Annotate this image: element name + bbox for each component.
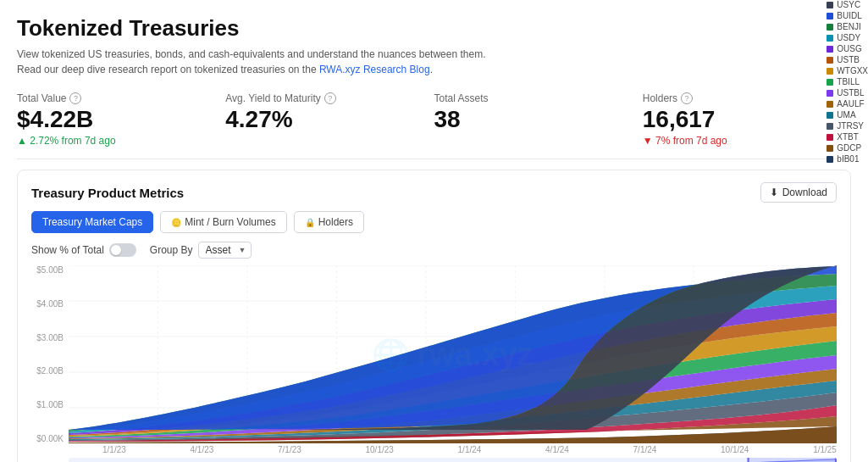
legend-color-9 bbox=[827, 101, 833, 108]
legend-label-5: USTB bbox=[837, 55, 860, 64]
x-axis-label-3: 10/1/23 bbox=[366, 445, 394, 454]
x-axis-label-5: 4/1/24 bbox=[545, 445, 569, 454]
svg-rect-14 bbox=[748, 458, 837, 462]
group-by-select[interactable]: Asset bbox=[198, 242, 252, 259]
legend-color-13 bbox=[827, 145, 833, 152]
legend-color-3 bbox=[827, 35, 833, 42]
metric-value-1: 4.27% bbox=[225, 106, 417, 133]
tab-1[interactable]: 🪙Mint / Burn Volumes bbox=[160, 211, 286, 233]
research-blog-link[interactable]: RWA.xyz Research Blog bbox=[319, 64, 430, 75]
legend-item-uma: UMA bbox=[827, 110, 868, 120]
metric-label-1: Avg. Yield to Maturity ? bbox=[225, 92, 417, 104]
legend-color-12 bbox=[827, 134, 833, 141]
legend-label-14: bIB01 bbox=[837, 154, 859, 164]
legend-color-4 bbox=[827, 46, 833, 53]
legend-item-wtgxx: WTGXX bbox=[827, 66, 868, 75]
legend-item-usdy: USDY bbox=[827, 33, 868, 42]
tab-label-1: Mint / Burn Volumes bbox=[185, 216, 275, 228]
svg-rect-16 bbox=[835, 458, 837, 462]
x-axis-label-2: 7/1/23 bbox=[278, 445, 301, 454]
info-icon-1[interactable]: ? bbox=[324, 92, 336, 104]
legend-color-11 bbox=[827, 123, 833, 130]
tab-2[interactable]: 🔒Holders bbox=[294, 211, 364, 233]
y-axis-label-3: $2.00B bbox=[31, 366, 64, 376]
svg-rect-15 bbox=[748, 458, 749, 462]
legend-label-11: JTRSY bbox=[837, 121, 864, 131]
chart-legend: USYCBUIDLBENJIUSDYOUSGUSTBWTGXXTBILLUSTB… bbox=[827, 0, 868, 164]
legend-item-usyc: USYC bbox=[827, 0, 868, 9]
metric-label-0: Total Value ? bbox=[17, 92, 208, 104]
legend-item-gdcp: GDCP bbox=[827, 143, 868, 153]
page-title: Tokenized Treasuries bbox=[17, 15, 851, 42]
metric-value-2: 38 bbox=[434, 106, 626, 133]
legend-color-2 bbox=[827, 24, 833, 31]
x-axis-label-6: 7/1/24 bbox=[633, 445, 657, 454]
metric-change-3: ▼ 7% from 7d ago bbox=[643, 135, 834, 147]
legend-label-13: GDCP bbox=[837, 143, 861, 153]
legend-item-ustbl: USTBL bbox=[827, 88, 868, 97]
legend-label-2: BENJI bbox=[837, 22, 860, 31]
tab-icon-2: 🔒 bbox=[305, 218, 315, 227]
metric-3: Holders ? 16,617 ▼ 7% from 7d ago bbox=[643, 92, 851, 147]
x-axis-label-7: 10/1/24 bbox=[721, 445, 749, 454]
legend-color-14 bbox=[827, 156, 833, 163]
legend-item-bib01: bIB01 bbox=[827, 154, 868, 164]
legend-color-5 bbox=[827, 57, 833, 64]
legend-item-buidl: BUIDL bbox=[827, 11, 868, 20]
legend-color-7 bbox=[827, 79, 833, 86]
tab-0[interactable]: Treasury Market Caps bbox=[31, 211, 153, 233]
metrics-row: Total Value ? $4.22B ▲ 2.72% from 7d ago… bbox=[17, 92, 851, 159]
legend-label-3: USDY bbox=[837, 33, 860, 42]
metric-0: Total Value ? $4.22B ▲ 2.72% from 7d ago bbox=[17, 92, 225, 147]
x-axis-label-0: 1/1/23 bbox=[102, 445, 126, 454]
legend-label-8: USTBL bbox=[837, 88, 864, 97]
metric-label-2: Total Assets bbox=[434, 92, 626, 104]
options-row: Show % of Total Group By Asset ▼ bbox=[31, 242, 837, 259]
tab-icon-1: 🪙 bbox=[171, 218, 181, 227]
show-percent-toggle[interactable] bbox=[109, 243, 136, 257]
tab-row: Treasury Market Caps🪙Mint / Burn Volumes… bbox=[31, 211, 837, 233]
page-subtitle: View tokenized US treasuries, bonds, and… bbox=[17, 47, 491, 77]
legend-color-6 bbox=[827, 68, 833, 75]
legend-label-4: OUSG bbox=[837, 44, 861, 53]
legend-label-9: AAULF bbox=[837, 99, 864, 109]
legend-label-6: WTGXX bbox=[837, 66, 868, 75]
legend-color-8 bbox=[827, 90, 833, 97]
y-axis-label-1: $4.00B bbox=[31, 299, 64, 309]
metric-2: Total Assets 38 bbox=[434, 92, 643, 147]
info-icon-3[interactable]: ? bbox=[681, 92, 693, 104]
y-axis-label-4: $1.00B bbox=[31, 400, 64, 409]
download-icon: ⬇ bbox=[770, 186, 778, 198]
metric-label-3: Holders ? bbox=[643, 92, 834, 104]
x-axis-label-8: 1/1/25 bbox=[813, 445, 837, 454]
y-axis-label-0: $5.00B bbox=[31, 265, 64, 275]
legend-item-jtrsy: JTRSY bbox=[827, 121, 868, 131]
legend-item-ustb: USTB bbox=[827, 55, 868, 64]
y-axis-label-2: $3.00B bbox=[31, 333, 64, 342]
legend-label-1: BUIDL bbox=[837, 11, 861, 20]
chart-title: Treasury Product Metrics bbox=[31, 186, 184, 200]
legend-label-7: TBILL bbox=[837, 77, 860, 86]
chart-card: Treasury Product Metrics ⬇ Download Trea… bbox=[17, 170, 851, 462]
metric-change-0: ▲ 2.72% from 7d ago bbox=[17, 135, 208, 147]
x-axis-label-1: 4/1/23 bbox=[191, 445, 214, 454]
legend-item-xtbt: XTBT bbox=[827, 132, 868, 142]
legend-color-1 bbox=[827, 13, 833, 19]
legend-item-aaulf: AAULF bbox=[827, 99, 868, 109]
x-axis: 1/1/234/1/237/1/2310/1/231/1/244/1/247/1… bbox=[69, 443, 837, 454]
mini-chart[interactable] bbox=[69, 458, 837, 462]
metric-value-3: 16,617 bbox=[643, 106, 834, 133]
info-icon-0[interactable]: ? bbox=[69, 92, 81, 104]
chart-area: 🌐 rwa.xyz bbox=[69, 265, 837, 443]
legend-item-benji: BENJI bbox=[827, 22, 868, 31]
legend-item-ousg: OUSG bbox=[827, 44, 868, 53]
legend-color-10 bbox=[827, 112, 833, 119]
show-percent-label: Show % of Total bbox=[31, 244, 104, 256]
download-button[interactable]: ⬇ Download bbox=[760, 182, 837, 203]
tab-label-0: Treasury Market Caps bbox=[42, 216, 142, 228]
legend-item-tbill: TBILL bbox=[827, 77, 868, 86]
y-axis-label-5: $0.00K bbox=[31, 434, 64, 443]
metric-1: Avg. Yield to Maturity ? 4.27% bbox=[225, 92, 434, 147]
group-by-label: Group By bbox=[150, 244, 193, 256]
legend-label-12: XTBT bbox=[837, 132, 859, 142]
